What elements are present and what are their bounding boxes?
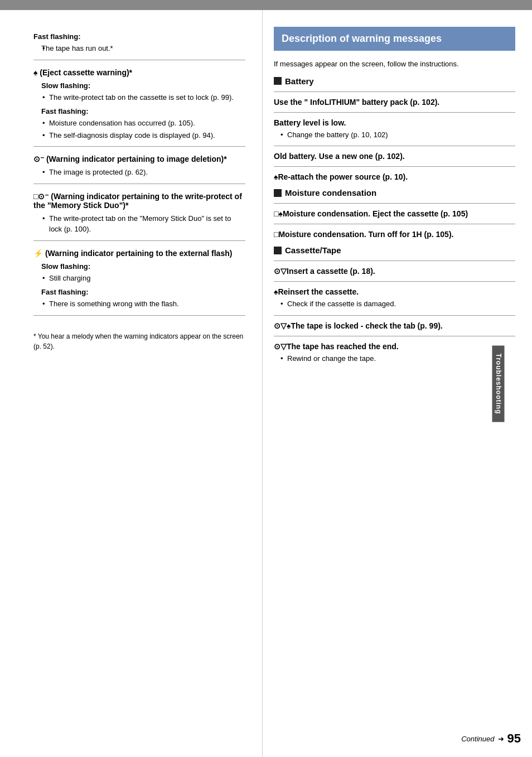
cassette-divider-3 — [274, 315, 515, 316]
left-column: Fast flashing: The tape has run out.* ♠ … — [0, 10, 262, 757]
troubleshooting-sidebar: Troubleshooting — [492, 345, 505, 422]
cassette-item-4: ⊙▽The tape has reached the end. — [274, 342, 515, 351]
right-column: Description of warning messages If messa… — [262, 10, 532, 757]
cassette-divider-1 — [274, 261, 515, 261]
battery-icon — [274, 77, 282, 85]
moisture-item-2: □Moisture condensation. Turn off for 1H … — [274, 230, 515, 239]
section-title-box: Description of warning messages — [274, 27, 515, 51]
eject-fast-label: Fast flashing: — [41, 107, 245, 115]
external-flash-slow-label: Slow flashing: — [41, 262, 245, 271]
divider-2 — [33, 146, 245, 147]
continued-arrow-icon: ➜ — [498, 735, 504, 743]
image-deletion-heading: ⊙⁻ (Warning indicator pertaining to imag… — [33, 155, 245, 163]
battery-divider-2 — [274, 112, 515, 113]
external-flash-heading: ⚡ (Warning indicator pertaining to the e… — [33, 249, 245, 258]
battery-item-3: Old battery. Use a new one (p. 102). — [274, 152, 515, 161]
page-number: 95 — [507, 731, 521, 746]
eject-slow-bullet-1: The write-protect tab on the cassette is… — [33, 92, 245, 103]
cassette-icon — [274, 247, 282, 254]
eject-fast-bullet-2: The self-diagnosis display code is displ… — [33, 130, 245, 141]
battery-item-4: ♠Re-attach the power source (p. 10). — [274, 172, 515, 181]
moisture-item-1: □♠Moisture condensation. Eject the casse… — [274, 209, 515, 218]
footnote: * You hear a melody when the warning ind… — [33, 329, 245, 351]
eject-section-heading: ♠ (Eject cassette warning)* — [33, 68, 245, 77]
page-footer: Continued ➜ 95 — [461, 731, 521, 746]
divider-3 — [33, 184, 245, 184]
cassette-item-4-bullet: Rewind or change the tape. — [279, 353, 515, 364]
external-flash-fast-bullet-1: There is something wrong with the flash. — [33, 298, 245, 310]
cassette-item-2-bullet: Check if the cassette is damaged. — [279, 298, 515, 310]
moisture-divider-1 — [274, 203, 515, 204]
intro-text: If messages appear on the screen, follow… — [274, 59, 515, 70]
moisture-icon — [274, 189, 282, 197]
battery-item-1: Use the " InfoLITHIUM" battery pack (p. … — [274, 98, 515, 107]
divider-5 — [33, 315, 245, 316]
external-flash-fast-label: Fast flashing: — [41, 288, 245, 296]
cassette-divider-2 — [274, 281, 515, 282]
cassette-category-heading: Cassette/Tape — [274, 245, 515, 255]
cassette-divider-4 — [274, 336, 515, 336]
battery-divider-1 — [274, 91, 515, 92]
battery-divider-4 — [274, 166, 515, 167]
battery-divider-3 — [274, 146, 515, 146]
divider-1 — [33, 60, 245, 60]
memory-stick-bullet-1: The write-protect tab on the "Memory Sti… — [33, 213, 245, 235]
continued-label: Continued — [461, 735, 494, 743]
battery-item-2: Battery level is low. — [274, 118, 515, 127]
divider-4 — [33, 240, 245, 241]
fast-flashing-1-heading: Fast flashing: — [33, 32, 245, 41]
battery-category-heading: Battery — [274, 76, 515, 86]
cassette-item-3: ⊙▽♠The tape is locked - check the tab (p… — [274, 321, 515, 330]
eject-fast-bullet-1: Moisture condensation has occurred (p. 1… — [33, 118, 245, 129]
image-deletion-bullet-1: The image is protected (p. 62). — [33, 167, 245, 178]
moisture-divider-2 — [274, 224, 515, 224]
fast-flashing-1-bullet-1: The tape has run out.* — [33, 43, 245, 54]
memory-stick-heading: □⊙⁻ (Warning indicator pertaining to the… — [33, 192, 245, 210]
cassette-item-2: ♠Reinsert the cassette. — [274, 287, 515, 296]
moisture-category-heading: Moisture condensation — [274, 188, 515, 197]
external-flash-slow-bullet-1: Still charging — [33, 273, 245, 284]
eject-slow-label: Slow flashing: — [41, 81, 245, 90]
battery-item-2-bullet: Change the battery (p. 10, 102) — [279, 129, 515, 141]
top-bar — [0, 0, 532, 10]
cassette-item-1: ⊙▽Insert a cassette (p. 18). — [274, 267, 515, 276]
